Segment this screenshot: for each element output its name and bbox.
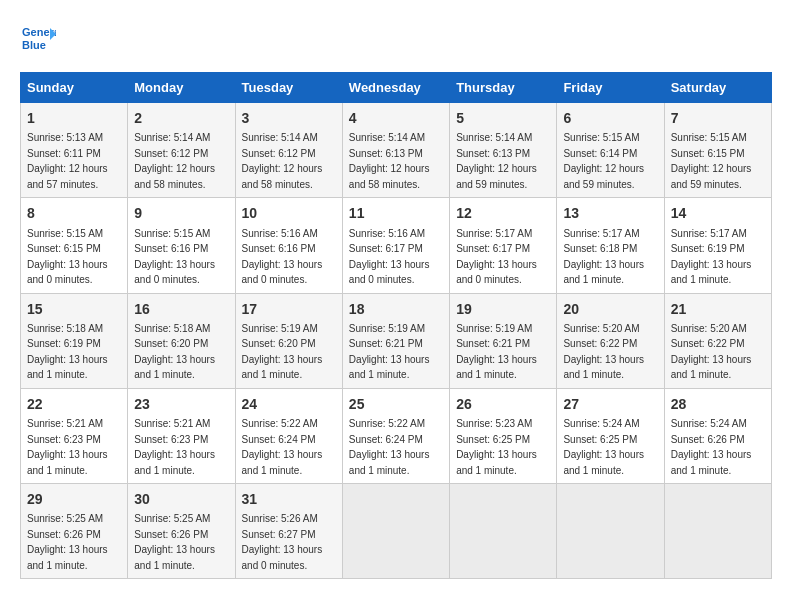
calendar-cell: 21Sunrise: 5:20 AMSunset: 6:22 PMDayligh…	[664, 293, 771, 388]
day-number: 15	[27, 299, 121, 319]
day-number: 5	[456, 108, 550, 128]
day-info: Sunrise: 5:15 AMSunset: 6:16 PMDaylight:…	[134, 228, 215, 286]
day-info: Sunrise: 5:21 AMSunset: 6:23 PMDaylight:…	[27, 418, 108, 476]
day-info: Sunrise: 5:14 AMSunset: 6:13 PMDaylight:…	[349, 132, 430, 190]
calendar-cell: 1Sunrise: 5:13 AMSunset: 6:11 PMDaylight…	[21, 103, 128, 198]
day-number: 8	[27, 203, 121, 223]
calendar-cell: 27Sunrise: 5:24 AMSunset: 6:25 PMDayligh…	[557, 388, 664, 483]
calendar-cell: 23Sunrise: 5:21 AMSunset: 6:23 PMDayligh…	[128, 388, 235, 483]
calendar-cell: 26Sunrise: 5:23 AMSunset: 6:25 PMDayligh…	[450, 388, 557, 483]
day-number: 29	[27, 489, 121, 509]
day-number: 20	[563, 299, 657, 319]
day-info: Sunrise: 5:16 AMSunset: 6:17 PMDaylight:…	[349, 228, 430, 286]
day-number: 4	[349, 108, 443, 128]
calendar-cell: 10Sunrise: 5:16 AMSunset: 6:16 PMDayligh…	[235, 198, 342, 293]
day-info: Sunrise: 5:15 AMSunset: 6:15 PMDaylight:…	[27, 228, 108, 286]
day-number: 12	[456, 203, 550, 223]
calendar-cell: 24Sunrise: 5:22 AMSunset: 6:24 PMDayligh…	[235, 388, 342, 483]
calendar-cell: 5Sunrise: 5:14 AMSunset: 6:13 PMDaylight…	[450, 103, 557, 198]
day-info: Sunrise: 5:22 AMSunset: 6:24 PMDaylight:…	[349, 418, 430, 476]
day-number: 30	[134, 489, 228, 509]
day-info: Sunrise: 5:18 AMSunset: 6:19 PMDaylight:…	[27, 323, 108, 381]
calendar-cell: 31Sunrise: 5:26 AMSunset: 6:27 PMDayligh…	[235, 484, 342, 579]
day-number: 26	[456, 394, 550, 414]
day-info: Sunrise: 5:14 AMSunset: 6:12 PMDaylight:…	[242, 132, 323, 190]
day-info: Sunrise: 5:16 AMSunset: 6:16 PMDaylight:…	[242, 228, 323, 286]
calendar-cell: 30Sunrise: 5:25 AMSunset: 6:26 PMDayligh…	[128, 484, 235, 579]
day-info: Sunrise: 5:17 AMSunset: 6:18 PMDaylight:…	[563, 228, 644, 286]
calendar-cell: 20Sunrise: 5:20 AMSunset: 6:22 PMDayligh…	[557, 293, 664, 388]
day-number: 23	[134, 394, 228, 414]
calendar-cell	[450, 484, 557, 579]
day-number: 3	[242, 108, 336, 128]
day-number: 13	[563, 203, 657, 223]
calendar-cell: 25Sunrise: 5:22 AMSunset: 6:24 PMDayligh…	[342, 388, 449, 483]
calendar-cell: 12Sunrise: 5:17 AMSunset: 6:17 PMDayligh…	[450, 198, 557, 293]
day-number: 24	[242, 394, 336, 414]
day-info: Sunrise: 5:21 AMSunset: 6:23 PMDaylight:…	[134, 418, 215, 476]
day-number: 18	[349, 299, 443, 319]
day-info: Sunrise: 5:23 AMSunset: 6:25 PMDaylight:…	[456, 418, 537, 476]
day-number: 9	[134, 203, 228, 223]
calendar-cell: 15Sunrise: 5:18 AMSunset: 6:19 PMDayligh…	[21, 293, 128, 388]
day-number: 28	[671, 394, 765, 414]
day-number: 22	[27, 394, 121, 414]
calendar-cell	[342, 484, 449, 579]
page-header: General Blue	[20, 20, 772, 56]
calendar-cell: 9Sunrise: 5:15 AMSunset: 6:16 PMDaylight…	[128, 198, 235, 293]
day-info: Sunrise: 5:24 AMSunset: 6:25 PMDaylight:…	[563, 418, 644, 476]
col-header-thursday: Thursday	[450, 73, 557, 103]
logo-icon: General Blue	[20, 20, 56, 56]
calendar-cell	[557, 484, 664, 579]
day-number: 31	[242, 489, 336, 509]
day-info: Sunrise: 5:14 AMSunset: 6:12 PMDaylight:…	[134, 132, 215, 190]
day-info: Sunrise: 5:18 AMSunset: 6:20 PMDaylight:…	[134, 323, 215, 381]
day-number: 11	[349, 203, 443, 223]
day-info: Sunrise: 5:25 AMSunset: 6:26 PMDaylight:…	[134, 513, 215, 571]
calendar-cell: 18Sunrise: 5:19 AMSunset: 6:21 PMDayligh…	[342, 293, 449, 388]
day-number: 16	[134, 299, 228, 319]
calendar-cell: 11Sunrise: 5:16 AMSunset: 6:17 PMDayligh…	[342, 198, 449, 293]
day-info: Sunrise: 5:25 AMSunset: 6:26 PMDaylight:…	[27, 513, 108, 571]
calendar-cell: 19Sunrise: 5:19 AMSunset: 6:21 PMDayligh…	[450, 293, 557, 388]
day-number: 6	[563, 108, 657, 128]
day-number: 17	[242, 299, 336, 319]
day-info: Sunrise: 5:15 AMSunset: 6:14 PMDaylight:…	[563, 132, 644, 190]
day-info: Sunrise: 5:20 AMSunset: 6:22 PMDaylight:…	[671, 323, 752, 381]
day-info: Sunrise: 5:14 AMSunset: 6:13 PMDaylight:…	[456, 132, 537, 190]
day-number: 7	[671, 108, 765, 128]
calendar-cell: 29Sunrise: 5:25 AMSunset: 6:26 PMDayligh…	[21, 484, 128, 579]
day-number: 1	[27, 108, 121, 128]
day-info: Sunrise: 5:19 AMSunset: 6:20 PMDaylight:…	[242, 323, 323, 381]
logo: General Blue	[20, 20, 62, 56]
col-header-wednesday: Wednesday	[342, 73, 449, 103]
calendar-cell: 22Sunrise: 5:21 AMSunset: 6:23 PMDayligh…	[21, 388, 128, 483]
day-info: Sunrise: 5:17 AMSunset: 6:17 PMDaylight:…	[456, 228, 537, 286]
day-info: Sunrise: 5:15 AMSunset: 6:15 PMDaylight:…	[671, 132, 752, 190]
calendar-cell: 16Sunrise: 5:18 AMSunset: 6:20 PMDayligh…	[128, 293, 235, 388]
col-header-tuesday: Tuesday	[235, 73, 342, 103]
col-header-saturday: Saturday	[664, 73, 771, 103]
day-info: Sunrise: 5:20 AMSunset: 6:22 PMDaylight:…	[563, 323, 644, 381]
col-header-friday: Friday	[557, 73, 664, 103]
calendar-cell: 4Sunrise: 5:14 AMSunset: 6:13 PMDaylight…	[342, 103, 449, 198]
day-number: 19	[456, 299, 550, 319]
day-info: Sunrise: 5:13 AMSunset: 6:11 PMDaylight:…	[27, 132, 108, 190]
day-number: 14	[671, 203, 765, 223]
svg-text:Blue: Blue	[22, 39, 46, 51]
calendar-cell: 8Sunrise: 5:15 AMSunset: 6:15 PMDaylight…	[21, 198, 128, 293]
day-info: Sunrise: 5:19 AMSunset: 6:21 PMDaylight:…	[456, 323, 537, 381]
day-number: 27	[563, 394, 657, 414]
day-info: Sunrise: 5:26 AMSunset: 6:27 PMDaylight:…	[242, 513, 323, 571]
calendar-cell: 13Sunrise: 5:17 AMSunset: 6:18 PMDayligh…	[557, 198, 664, 293]
calendar-cell	[664, 484, 771, 579]
calendar-cell: 6Sunrise: 5:15 AMSunset: 6:14 PMDaylight…	[557, 103, 664, 198]
day-info: Sunrise: 5:24 AMSunset: 6:26 PMDaylight:…	[671, 418, 752, 476]
day-info: Sunrise: 5:22 AMSunset: 6:24 PMDaylight:…	[242, 418, 323, 476]
day-number: 2	[134, 108, 228, 128]
calendar-cell: 2Sunrise: 5:14 AMSunset: 6:12 PMDaylight…	[128, 103, 235, 198]
day-info: Sunrise: 5:19 AMSunset: 6:21 PMDaylight:…	[349, 323, 430, 381]
day-number: 10	[242, 203, 336, 223]
col-header-monday: Monday	[128, 73, 235, 103]
day-number: 21	[671, 299, 765, 319]
